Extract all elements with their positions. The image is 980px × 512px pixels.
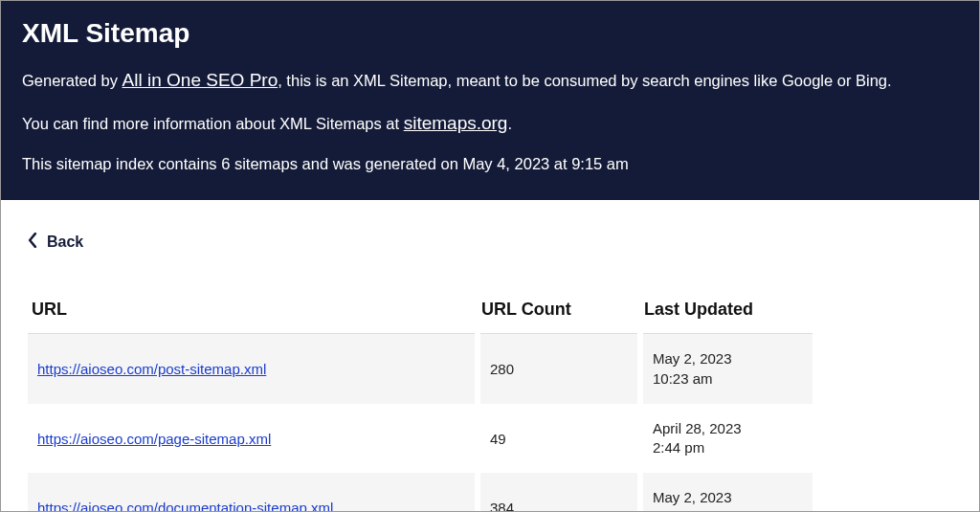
table-row: https://aioseo.com/post-sitemap.xml 280 …: [28, 334, 813, 404]
col-header-updated: Last Updated: [640, 290, 813, 334]
sitemap-url-link[interactable]: https://aioseo.com/post-sitemap.xml: [37, 361, 266, 377]
last-updated: May 2, 20234:21 pm: [640, 473, 813, 512]
generator-link[interactable]: All in One SEO Pro: [122, 70, 278, 90]
last-updated: May 2, 202310:23 am: [640, 334, 813, 404]
sitemaps-org-link[interactable]: sitemaps.org: [404, 113, 508, 133]
chevron-left-icon: [28, 233, 37, 252]
header: XML Sitemap Generated by All in One SEO …: [1, 1, 979, 200]
page-frame: XML Sitemap Generated by All in One SEO …: [0, 0, 980, 512]
url-count: 280: [478, 334, 640, 404]
url-count: 384: [478, 473, 640, 512]
col-header-count: URL Count: [478, 290, 640, 334]
body-area: Back URL URL Count Last Updated https://…: [1, 200, 979, 512]
header-line-3: This sitemap index contains 6 sitemaps a…: [22, 153, 958, 175]
table-row: https://aioseo.com/documentation-sitemap…: [28, 473, 813, 512]
table-row: https://aioseo.com/page-sitemap.xml 49 A…: [28, 404, 813, 474]
sitemap-table: URL URL Count Last Updated https://aiose…: [28, 290, 813, 512]
sitemap-url-link[interactable]: https://aioseo.com/page-sitemap.xml: [37, 431, 271, 447]
col-header-url: URL: [28, 290, 478, 334]
sitemap-url-link[interactable]: https://aioseo.com/documentation-sitemap…: [37, 500, 333, 512]
back-label: Back: [47, 234, 83, 251]
last-updated: April 28, 20232:44 pm: [640, 404, 813, 474]
back-link[interactable]: Back: [28, 233, 83, 252]
url-count: 49: [478, 404, 640, 474]
page-title: XML Sitemap: [22, 18, 958, 49]
header-line-1: Generated by All in One SEO Pro, this is…: [22, 68, 958, 94]
header-line-2: You can find more information about XML …: [22, 111, 958, 137]
